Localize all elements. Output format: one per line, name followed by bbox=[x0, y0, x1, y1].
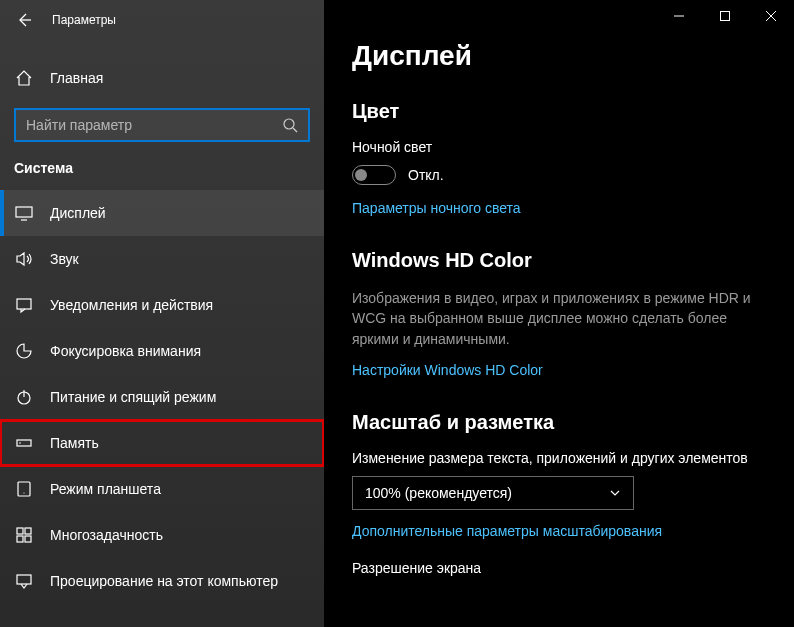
projecting-icon bbox=[14, 572, 34, 590]
search-box[interactable] bbox=[14, 108, 310, 142]
app-title: Параметры bbox=[52, 13, 116, 27]
svg-rect-10 bbox=[17, 536, 23, 542]
hd-color-heading: Windows HD Color bbox=[352, 249, 766, 272]
storage-icon bbox=[14, 434, 34, 452]
sidebar-item-label: Фокусировка внимания bbox=[50, 343, 201, 359]
tablet-icon bbox=[14, 480, 34, 498]
svg-rect-4 bbox=[17, 440, 31, 446]
home-icon bbox=[14, 69, 34, 87]
sidebar-item-label: Память bbox=[50, 435, 99, 451]
sidebar-item-label: Уведомления и действия bbox=[50, 297, 213, 313]
toggle-state-label: Откл. bbox=[408, 167, 444, 183]
power-icon bbox=[14, 388, 34, 406]
svg-point-7 bbox=[23, 492, 24, 493]
category-title: Система bbox=[0, 156, 324, 190]
svg-rect-2 bbox=[17, 299, 31, 309]
sidebar-item-label: Многозадачность bbox=[50, 527, 163, 543]
hd-color-desc: Изображения в видео, играх и приложениях… bbox=[352, 288, 766, 349]
sidebar-item-label: Звук bbox=[50, 251, 79, 267]
sidebar-item-projecting[interactable]: Проецирование на этот компьютер bbox=[0, 558, 324, 604]
sidebar-item-label: Питание и спящий режим bbox=[50, 389, 216, 405]
svg-rect-1 bbox=[16, 207, 32, 217]
sidebar-item-label: Режим планшета bbox=[50, 481, 161, 497]
night-light-toggle[interactable] bbox=[352, 165, 396, 185]
sidebar-item-sound[interactable]: Звук bbox=[0, 236, 324, 282]
night-light-label: Ночной свет bbox=[352, 139, 766, 155]
sidebar-item-multitask[interactable]: Многозадачность bbox=[0, 512, 324, 558]
focus-icon bbox=[14, 342, 34, 360]
sidebar-item-storage[interactable]: Память bbox=[0, 420, 324, 466]
maximize-button[interactable] bbox=[702, 0, 748, 32]
text-size-label: Изменение размера текста, приложений и д… bbox=[352, 450, 766, 466]
multitask-icon bbox=[14, 526, 34, 544]
chevron-down-icon bbox=[609, 487, 621, 499]
svg-rect-11 bbox=[25, 536, 31, 542]
svg-rect-13 bbox=[721, 12, 730, 21]
sidebar-item-power[interactable]: Питание и спящий режим bbox=[0, 374, 324, 420]
sidebar-item-tablet[interactable]: Режим планшета bbox=[0, 466, 324, 512]
scale-select-value: 100% (рекомендуется) bbox=[365, 485, 512, 501]
sound-icon bbox=[14, 250, 34, 268]
page-title: Дисплей bbox=[352, 40, 766, 72]
minimize-button[interactable] bbox=[656, 0, 702, 32]
svg-rect-12 bbox=[17, 575, 31, 584]
svg-point-0 bbox=[284, 119, 294, 129]
sidebar-item-notifications[interactable]: Уведомления и действия bbox=[0, 282, 324, 328]
sidebar-item-focus[interactable]: Фокусировка внимания bbox=[0, 328, 324, 374]
toggle-knob bbox=[355, 169, 367, 181]
close-button[interactable] bbox=[748, 0, 794, 32]
svg-rect-6 bbox=[18, 482, 30, 496]
resolution-label: Разрешение экрана bbox=[352, 560, 766, 576]
svg-rect-9 bbox=[25, 528, 31, 534]
notifications-icon bbox=[14, 296, 34, 314]
night-light-settings-link[interactable]: Параметры ночного света bbox=[352, 200, 521, 216]
svg-point-5 bbox=[19, 442, 21, 444]
sidebar-item-label: Проецирование на этот компьютер bbox=[50, 573, 278, 589]
back-button[interactable] bbox=[12, 8, 36, 32]
scale-select[interactable]: 100% (рекомендуется) bbox=[352, 476, 634, 510]
display-icon bbox=[14, 204, 34, 222]
home-label: Главная bbox=[50, 70, 103, 86]
search-input[interactable] bbox=[26, 117, 282, 133]
home-nav[interactable]: Главная bbox=[0, 58, 324, 98]
color-heading: Цвет bbox=[352, 100, 766, 123]
svg-rect-8 bbox=[17, 528, 23, 534]
search-icon bbox=[282, 117, 298, 133]
sidebar-item-display[interactable]: Дисплей bbox=[0, 190, 324, 236]
sidebar-item-label: Дисплей bbox=[50, 205, 106, 221]
advanced-scale-link[interactable]: Дополнительные параметры масштабирования bbox=[352, 523, 662, 539]
hd-color-link[interactable]: Настройки Windows HD Color bbox=[352, 362, 543, 378]
scale-heading: Масштаб и разметка bbox=[352, 411, 766, 434]
